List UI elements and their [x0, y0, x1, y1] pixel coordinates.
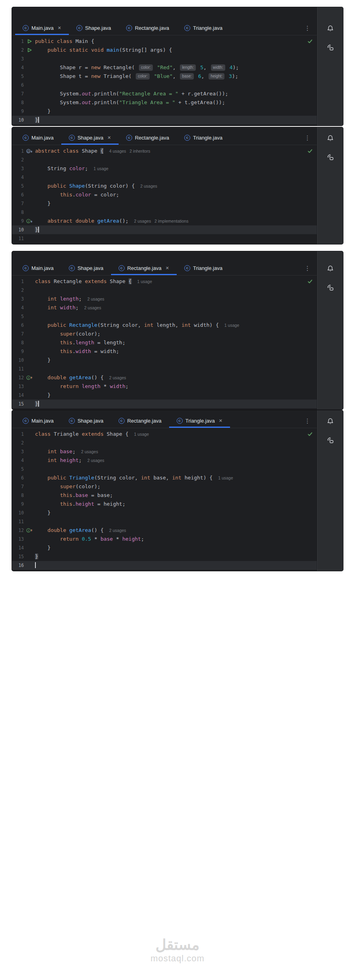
- code-text[interactable]: Shape r = new Rectangle( color: "Red", l…: [35, 63, 317, 72]
- code-text[interactable]: this.base = base;: [35, 491, 317, 500]
- overrides-marker-icon[interactable]: I: [24, 528, 35, 533]
- usages-inlay[interactable]: 2 usages: [87, 458, 104, 463]
- code-text[interactable]: int base;2 usages: [35, 447, 317, 456]
- code-text[interactable]: }: [35, 199, 317, 208]
- usages-inlay[interactable]: 1 usage: [94, 166, 108, 171]
- code-text[interactable]: [35, 561, 317, 570]
- kebab-menu-icon[interactable]: ⋮: [304, 135, 310, 141]
- bell-icon[interactable]: [326, 265, 334, 274]
- usages-inlay[interactable]: 2 usages: [109, 528, 126, 533]
- tab-shape-java[interactable]: CShape.java: [69, 21, 119, 35]
- code-text[interactable]: public static void main(String[] args) {: [35, 46, 317, 54]
- tab-rectangle-java[interactable]: CRectangle.java: [111, 413, 169, 428]
- code-token: class: [35, 278, 51, 284]
- tab-rectangle-java[interactable]: CRectangle.java✕: [111, 261, 177, 275]
- code-text[interactable]: }: [35, 356, 317, 365]
- tab-main-java[interactable]: CMain.java✕: [15, 21, 69, 35]
- overrides-marker-icon[interactable]: I: [24, 375, 35, 380]
- bell-icon[interactable]: [326, 134, 334, 144]
- kebab-menu-icon[interactable]: ⋮: [304, 418, 310, 424]
- code-text[interactable]: }: [35, 508, 317, 517]
- kebab-menu-icon[interactable]: ⋮: [304, 265, 310, 271]
- code-text[interactable]: double getArea() {2 usages: [35, 526, 317, 535]
- usages-inlay[interactable]: 2 usages 2 implementations: [134, 219, 189, 223]
- tab-main-java[interactable]: CMain.java: [15, 413, 61, 428]
- code-text[interactable]: double getArea() {2 usages: [35, 373, 317, 382]
- inspections-passed-icon[interactable]: [307, 39, 313, 44]
- code-text[interactable]: public class Main {: [35, 37, 317, 46]
- tab-triangle-java[interactable]: CTriangle.java: [177, 21, 230, 35]
- usages-inlay[interactable]: 1 usage: [224, 323, 239, 328]
- usages-inlay[interactable]: 2 usages: [140, 184, 157, 188]
- code-text[interactable]: super(color);: [35, 330, 317, 338]
- implemented-marker-icon[interactable]: O: [24, 148, 35, 154]
- code-token: }: [35, 200, 51, 206]
- screen-share-icon[interactable]: [326, 153, 334, 163]
- tab-rectangle-java[interactable]: CRectangle.java: [119, 130, 177, 145]
- code-text[interactable]: public Shape(String color) {2 usages: [35, 182, 317, 190]
- tab-triangle-java[interactable]: CTriangle.java: [177, 261, 230, 275]
- code-text[interactable]: public Rectangle(String color, int lengt…: [35, 321, 317, 330]
- usages-inlay[interactable]: 4 usages 2 inheritors: [109, 149, 150, 153]
- code-text[interactable]: return 0.5 * base * height;: [35, 535, 317, 543]
- tab-main-java[interactable]: CMain.java: [15, 130, 61, 145]
- tab-shape-java[interactable]: CShape.java✕: [61, 130, 119, 145]
- screen-share-icon[interactable]: [326, 284, 334, 293]
- code-text[interactable]: }: [35, 116, 317, 124]
- code-line: 10}: [12, 225, 317, 234]
- code-text[interactable]: abstract class Shape {4 usages 2 inherit…: [35, 147, 317, 155]
- usages-inlay[interactable]: 1 usage: [134, 432, 149, 437]
- code-text[interactable]: this.color = color;: [35, 190, 317, 199]
- tab-shape-java[interactable]: CShape.java: [61, 413, 111, 428]
- screen-share-icon[interactable]: [326, 437, 334, 446]
- implementations-marker-icon[interactable]: I: [24, 218, 35, 224]
- bell-icon[interactable]: [326, 417, 334, 427]
- inspections-passed-icon[interactable]: [307, 431, 313, 437]
- code-text[interactable]: }: [35, 391, 317, 400]
- code-text[interactable]: System.out.println("Triangle Area = " + …: [35, 98, 317, 107]
- tab-shape-java[interactable]: CShape.java: [61, 261, 111, 275]
- code-text[interactable]: this.length = length;: [35, 338, 317, 347]
- inspections-passed-icon[interactable]: [307, 148, 313, 154]
- usages-inlay[interactable]: 2 usages: [109, 375, 126, 380]
- code-text[interactable]: this.width = width;: [35, 347, 317, 356]
- usages-inlay[interactable]: 1 usage: [137, 279, 152, 284]
- close-tab-icon[interactable]: ✕: [58, 25, 61, 31]
- code-text[interactable]: }: [35, 107, 317, 116]
- code-text[interactable]: }: [35, 552, 317, 561]
- code-text[interactable]: class Rectangle extends Shape {1 usage: [35, 277, 317, 286]
- close-tab-icon[interactable]: ✕: [219, 418, 222, 423]
- code-token: width: [76, 348, 91, 354]
- run-icon[interactable]: [24, 48, 35, 52]
- code-text[interactable]: int width;2 usages: [35, 303, 317, 312]
- code-text[interactable]: }: [35, 225, 317, 234]
- code-text[interactable]: class Triangle extends Shape {1 usage: [35, 430, 317, 439]
- code-text[interactable]: Shape t = new Triangle( color: "Blue", b…: [35, 72, 317, 81]
- code-text[interactable]: return length * width;: [35, 382, 317, 391]
- tab-triangle-java[interactable]: CTriangle.java✕: [169, 413, 230, 428]
- code-text[interactable]: }: [35, 400, 317, 408]
- code-text[interactable]: System.out.println("Rectangle Area = " +…: [35, 89, 317, 98]
- run-icon[interactable]: [24, 39, 35, 44]
- close-tab-icon[interactable]: ✕: [166, 266, 169, 271]
- inspections-passed-icon[interactable]: [307, 279, 313, 284]
- tab-main-java[interactable]: CMain.java: [15, 261, 61, 275]
- kebab-menu-icon[interactable]: ⋮: [304, 25, 310, 31]
- code-text[interactable]: String color;1 usage: [35, 164, 317, 173]
- tab-triangle-java[interactable]: CTriangle.java: [177, 130, 230, 145]
- code-text[interactable]: abstract double getArea();2 usages 2 imp…: [35, 217, 317, 225]
- usages-inlay[interactable]: 2 usages: [84, 305, 101, 310]
- code-text[interactable]: this.height = height;: [35, 500, 317, 508]
- usages-inlay[interactable]: 2 usages: [81, 449, 98, 454]
- bell-icon[interactable]: [326, 25, 334, 34]
- usages-inlay[interactable]: 1 usage: [218, 475, 233, 480]
- code-text[interactable]: int length;2 usages: [35, 295, 317, 303]
- code-text[interactable]: public Triangle(String color, int base, …: [35, 474, 317, 482]
- code-text[interactable]: super(color);: [35, 482, 317, 491]
- tab-rectangle-java[interactable]: CRectangle.java: [119, 21, 177, 35]
- screen-share-icon[interactable]: [326, 44, 334, 53]
- usages-inlay[interactable]: 2 usages: [87, 297, 104, 301]
- code-text[interactable]: int height;2 usages: [35, 456, 317, 465]
- close-tab-icon[interactable]: ✕: [107, 135, 111, 140]
- code-text[interactable]: }: [35, 543, 317, 552]
